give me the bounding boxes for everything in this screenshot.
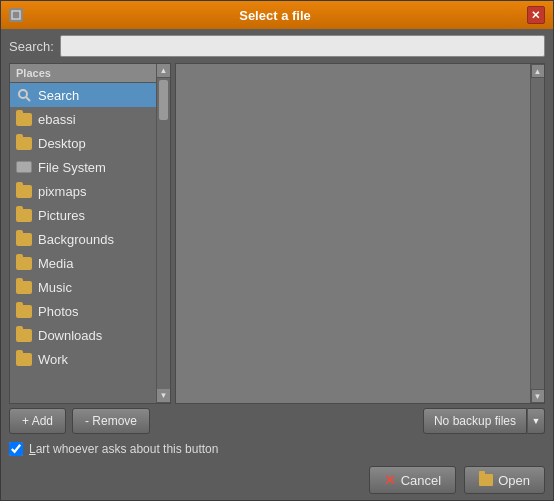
no-backup-group: No backup files ▼ [423, 408, 545, 434]
folder-icon [16, 279, 32, 295]
folder-icon [16, 111, 32, 127]
sidebar-item-music[interactable]: Music [10, 275, 156, 299]
folder-icon [16, 351, 32, 367]
search-icon [16, 87, 32, 103]
sidebar: Places Search [9, 63, 171, 404]
sidebar-scrollbar[interactable]: ▲ ▼ [156, 64, 170, 403]
remove-button[interactable]: - Remove [72, 408, 150, 434]
sidebar-label-media: Media [38, 256, 73, 271]
sidebar-label-work: Work [38, 352, 68, 367]
sidebar-header: Places [10, 64, 156, 83]
search-label: Search: [9, 39, 54, 54]
folder-icon [16, 303, 32, 319]
sidebar-item-photos[interactable]: Photos [10, 299, 156, 323]
sidebar-items: Search ebassi Desktop F [10, 83, 156, 403]
lart-checkbox[interactable] [9, 442, 23, 456]
add-button[interactable]: + Add [9, 408, 66, 434]
sidebar-label-downloads: Downloads [38, 328, 102, 343]
cancel-button[interactable]: ✕ Cancel [369, 466, 456, 494]
bottom-controls: + Add - Remove No backup files ▼ [1, 404, 553, 438]
scroll-down-arrow[interactable]: ▼ [157, 389, 170, 403]
content-scroll-track [531, 78, 544, 389]
sidebar-item-pictures[interactable]: Pictures [10, 203, 156, 227]
drive-icon [16, 159, 32, 175]
cancel-label: Cancel [401, 473, 441, 488]
no-backup-button[interactable]: No backup files [423, 408, 527, 434]
dialog-title: Select a file [239, 8, 311, 23]
svg-point-1 [19, 90, 27, 98]
scroll-thumb[interactable] [159, 80, 168, 120]
sidebar-label-backgrounds: Backgrounds [38, 232, 114, 247]
sidebar-item-work[interactable]: Work [10, 347, 156, 371]
content-area: ▲ ▼ [175, 63, 545, 404]
action-row: ✕ Cancel Open [1, 460, 553, 500]
folder-icon [16, 135, 32, 151]
folder-icon [16, 255, 32, 271]
sidebar-item-search[interactable]: Search [10, 83, 156, 107]
sidebar-item-backgrounds[interactable]: Backgrounds [10, 227, 156, 251]
sidebar-label-photos: Photos [38, 304, 78, 319]
sidebar-item-ebassi[interactable]: ebassi [10, 107, 156, 131]
sidebar-label-pictures: Pictures [38, 208, 85, 223]
svg-line-2 [26, 97, 30, 101]
titlebar: Select a file ✕ [1, 1, 553, 29]
sidebar-label-pixmaps: pixmaps [38, 184, 86, 199]
titlebar-icon [9, 8, 23, 22]
open-button[interactable]: Open [464, 466, 545, 494]
folder-icon [16, 327, 32, 343]
sidebar-item-filesystem[interactable]: File System [10, 155, 156, 179]
sidebar-item-desktop[interactable]: Desktop [10, 131, 156, 155]
search-input[interactable] [60, 35, 545, 57]
scroll-track [157, 78, 170, 389]
folder-icon [16, 231, 32, 247]
svg-rect-0 [12, 11, 20, 19]
sidebar-item-pixmaps[interactable]: pixmaps [10, 179, 156, 203]
folder-icon [16, 207, 32, 223]
sidebar-label-music: Music [38, 280, 72, 295]
lart-checkbox-label: Lart whoever asks about this button [29, 442, 218, 456]
content-scroll-down[interactable]: ▼ [531, 389, 545, 403]
sidebar-item-downloads[interactable]: Downloads [10, 323, 156, 347]
content-scrollbar[interactable]: ▲ ▼ [530, 64, 544, 403]
sidebar-label-ebassi: ebassi [38, 112, 76, 127]
no-backup-dropdown[interactable]: ▼ [527, 408, 545, 434]
close-button[interactable]: ✕ [527, 6, 545, 24]
sidebar-label-desktop: Desktop [38, 136, 86, 151]
search-bar: Search: [1, 29, 553, 63]
scroll-up-arrow[interactable]: ▲ [157, 64, 170, 78]
sidebar-list-container: Places Search [10, 64, 156, 403]
open-folder-icon [479, 474, 493, 486]
dialog: Select a file ✕ Search: Places [0, 0, 554, 501]
main-area: Places Search [1, 63, 553, 404]
folder-icon [16, 183, 32, 199]
sidebar-label-filesystem: File System [38, 160, 106, 175]
open-label: Open [498, 473, 530, 488]
content-scroll-up[interactable]: ▲ [531, 64, 545, 78]
sidebar-label-search: Search [38, 88, 79, 103]
checkbox-row: Lart whoever asks about this button [1, 438, 553, 460]
cancel-x-icon: ✕ [384, 472, 396, 488]
sidebar-item-media[interactable]: Media [10, 251, 156, 275]
